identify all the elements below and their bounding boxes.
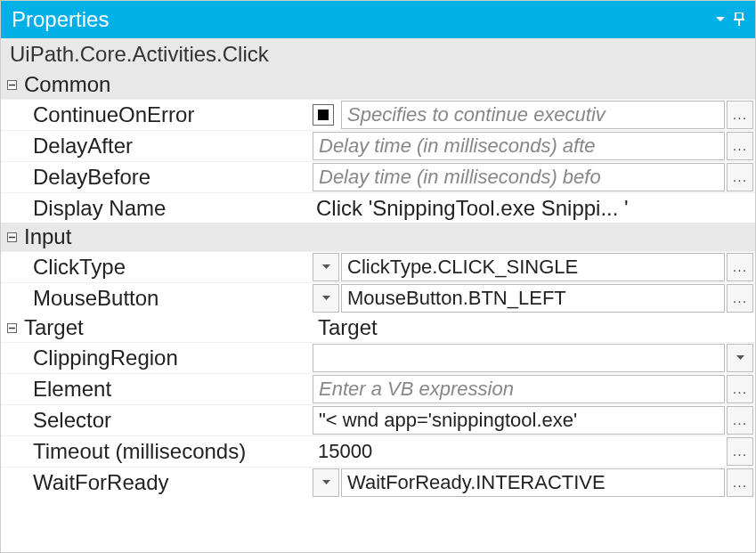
prop-timeout: Timeout (milliseconds) 15000 ... xyxy=(1,435,755,467)
prop-selector: Selector "< wnd app='snippingtool.exe' .… xyxy=(1,404,755,435)
prop-display-name: Display Name Click 'SnippingTool.exe Sni… xyxy=(1,192,755,223)
prop-mouse-button: MouseButton MouseButton.BTN_LEFT ... xyxy=(1,282,755,313)
category-common[interactable]: Common xyxy=(1,70,755,99)
collapse-icon[interactable] xyxy=(4,321,19,335)
prop-label: ClickType xyxy=(1,252,313,282)
prop-delay-after: DelayAfter Delay time (in milliseconds) … xyxy=(1,130,755,161)
category-target-label: Target xyxy=(24,315,314,340)
ellipsis-button[interactable]: ... xyxy=(727,101,753,129)
prop-clipping-region: ClippingRegion xyxy=(1,342,755,373)
ellipsis-button[interactable]: ... xyxy=(727,284,753,313)
prop-label: MouseButton xyxy=(1,283,313,313)
prop-label: Display Name xyxy=(1,193,313,223)
ellipsis-button[interactable]: ... xyxy=(727,375,753,403)
timeout-input[interactable]: 15000 xyxy=(313,437,725,466)
ellipsis-button[interactable]: ... xyxy=(727,437,753,466)
prop-element: Element Enter a VB expression ... xyxy=(1,373,755,404)
ellipsis-button[interactable]: ... xyxy=(727,253,753,281)
category-target[interactable]: Target Target xyxy=(1,313,755,342)
collapse-icon[interactable] xyxy=(4,77,19,92)
display-name-value[interactable]: Click 'SnippingTool.exe Snippi... ' xyxy=(313,196,753,221)
ellipsis-button[interactable]: ... xyxy=(727,406,753,435)
dropdown-button[interactable] xyxy=(313,253,339,281)
prop-label: Element xyxy=(1,374,313,404)
prop-label: DelayBefore xyxy=(1,162,313,192)
element-input[interactable]: Enter a VB expression xyxy=(313,375,725,403)
delay-before-input[interactable]: Delay time (in milliseconds) befo xyxy=(313,163,725,191)
ellipsis-button[interactable]: ... xyxy=(727,468,753,497)
activity-class-name: UiPath.Core.Activities.Click xyxy=(1,38,755,70)
category-input[interactable]: Input xyxy=(1,223,755,251)
prop-label: ClippingRegion xyxy=(1,343,313,373)
prop-wait-for-ready: WaitForReady WaitForReady.INTERACTIVE ..… xyxy=(1,467,755,498)
collapse-icon[interactable] xyxy=(4,230,19,244)
svg-rect-0 xyxy=(736,12,743,20)
prop-label: DelayAfter xyxy=(1,131,313,161)
category-input-label: Input xyxy=(24,224,71,249)
ellipsis-button[interactable]: ... xyxy=(727,132,753,160)
delay-after-input[interactable]: Delay time (in milliseconds) afte xyxy=(313,132,725,160)
panel-options-dropdown-icon[interactable] xyxy=(716,17,725,22)
panel-title: Properties xyxy=(12,7,109,32)
dropdown-button[interactable] xyxy=(727,344,753,372)
panel-titlebar: Properties xyxy=(1,1,755,38)
pin-icon[interactable] xyxy=(734,12,744,27)
prop-click-type: ClickType ClickType.CLICK_SINGLE ... xyxy=(1,251,755,282)
prop-delay-before: DelayBefore Delay time (in milliseconds)… xyxy=(1,161,755,192)
continue-on-error-checkbox[interactable] xyxy=(313,104,334,126)
target-value: Target xyxy=(314,315,752,340)
dropdown-button[interactable] xyxy=(313,284,339,313)
wait-for-ready-input[interactable]: WaitForReady.INTERACTIVE xyxy=(341,468,725,497)
clipping-region-input[interactable] xyxy=(313,344,725,372)
prop-label: ContinueOnError xyxy=(1,100,313,130)
prop-label: Selector xyxy=(1,405,313,435)
selector-input[interactable]: "< wnd app='snippingtool.exe' xyxy=(313,406,725,435)
continue-on-error-input[interactable]: Specifies to continue executiv xyxy=(341,101,725,129)
mouse-button-input[interactable]: MouseButton.BTN_LEFT xyxy=(341,284,725,313)
prop-continue-on-error: ContinueOnError Specifies to continue ex… xyxy=(1,99,755,130)
prop-label: Timeout (milliseconds) xyxy=(1,436,313,467)
prop-label: WaitForReady xyxy=(1,468,313,498)
category-common-label: Common xyxy=(24,72,110,97)
click-type-input[interactable]: ClickType.CLICK_SINGLE xyxy=(341,253,725,281)
ellipsis-button[interactable]: ... xyxy=(727,163,753,191)
dropdown-button[interactable] xyxy=(313,468,339,497)
